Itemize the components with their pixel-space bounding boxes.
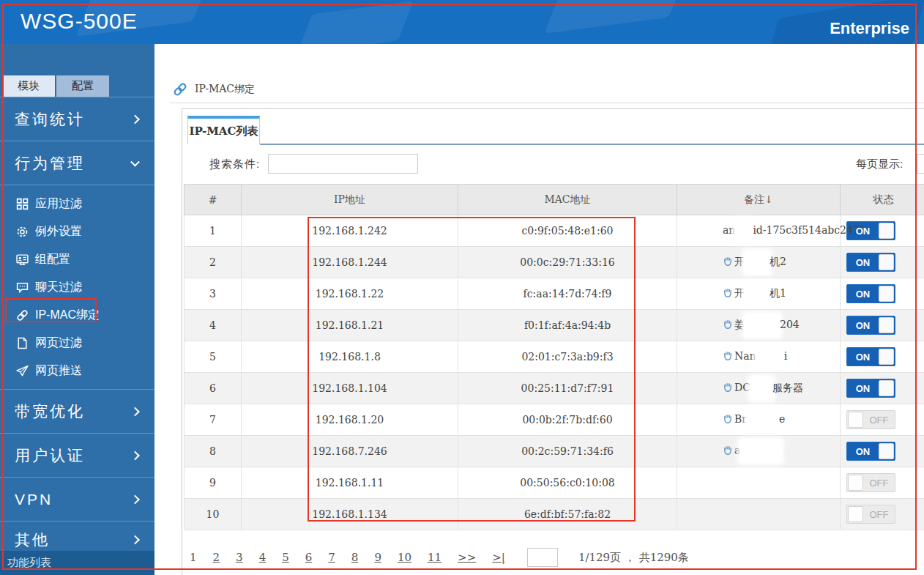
sidebar-group-bandwidth[interactable]: 带宽优化 xyxy=(0,389,154,433)
status-toggle[interactable]: ON xyxy=(846,316,895,335)
hand-icon xyxy=(723,351,733,363)
toggle-knob xyxy=(848,412,863,428)
sidebar-item-web-filter[interactable]: 网页过滤 xyxy=(0,329,154,357)
row-number-cell: 9 xyxy=(185,467,242,499)
chevron-right-icon xyxy=(130,407,140,416)
per-page-input[interactable] xyxy=(917,154,924,174)
ip-mac-table: # IP地址 MAC地址 备注↓ 状态 1 192.168.1.242 c0:9… xyxy=(184,184,924,530)
pagination: 1 234567891011 >> >| 1/129页 ， 共1290条 xyxy=(190,543,689,572)
keyboard-decoration xyxy=(297,1,414,44)
remark-cell xyxy=(677,499,841,530)
censor-blur xyxy=(745,251,770,273)
censor-blur xyxy=(745,283,770,305)
page-link[interactable]: 11 xyxy=(428,551,441,564)
censor-blur xyxy=(735,220,753,242)
function-list-footer[interactable]: 功能列表 xyxy=(0,551,154,575)
row-number-cell: 7 xyxy=(185,404,242,436)
col-header-mac[interactable]: MAC地址 xyxy=(458,185,677,215)
remark-text: Nan xyxy=(734,350,756,362)
sidebar-group-behavior-mgmt[interactable]: 行为管理 xyxy=(0,141,154,185)
toggle-knob xyxy=(879,317,894,333)
toggle-label: ON xyxy=(847,289,879,300)
mac-cell: 6e:df:bf:57:fa:82 xyxy=(458,499,677,530)
status-toggle[interactable]: ON xyxy=(846,379,895,398)
censor-blur xyxy=(747,409,779,431)
col-header-index[interactable]: # xyxy=(185,185,242,215)
sidebar-group-user-auth[interactable]: 用户认证 xyxy=(0,433,154,477)
row-number-cell: 4 xyxy=(185,310,242,341)
mac-cell: c0:9f:05:48:e1:60 xyxy=(458,215,677,247)
toggle-label: OFF xyxy=(863,509,895,520)
table-row: 9 192.168.1.11 00:50:56:c0:10:08 OFF xyxy=(185,467,924,499)
group-label: 用户认证 xyxy=(15,445,85,466)
remark-text: 机1 xyxy=(770,287,786,299)
status-toggle[interactable]: ON xyxy=(846,442,895,461)
sidebar-item-group-config[interactable]: 组配置 xyxy=(0,245,154,273)
chevron-right-icon xyxy=(130,450,140,460)
page-link[interactable]: 3 xyxy=(236,551,243,564)
sidebar-tabs: 模块 配置 xyxy=(2,75,111,97)
page-link[interactable]: 9 xyxy=(374,551,381,564)
status-cell: ON xyxy=(841,373,924,404)
toggle-knob xyxy=(879,254,894,270)
sidebar-group-query-stats[interactable]: 查询统计 xyxy=(0,97,154,141)
status-toggle[interactable]: ON xyxy=(846,347,895,366)
tab-modules[interactable]: 模块 xyxy=(2,75,55,97)
col-header-status[interactable]: 状态 xyxy=(841,185,924,215)
row-number-cell: 2 xyxy=(185,247,242,278)
remark-cell: DC服务器 xyxy=(677,373,841,404)
chevron-right-icon xyxy=(130,114,140,124)
remark-cell: a xyxy=(677,436,841,467)
sidebar-item-label: 网页推送 xyxy=(35,363,82,379)
sidebar-item-ip-mac-binding[interactable]: IP-MAC绑定 xyxy=(0,301,154,329)
sidebar-item-label: 应用过滤 xyxy=(35,196,82,212)
page-link[interactable]: 6 xyxy=(305,551,313,564)
last-page-link[interactable]: >| xyxy=(492,551,505,564)
sidebar-item-exception-settings[interactable]: 例外设置 xyxy=(0,218,154,245)
page-link[interactable]: 7 xyxy=(328,551,335,564)
censor-blur xyxy=(740,440,781,462)
remark-text: DC xyxy=(734,382,750,393)
status-toggle[interactable]: OFF xyxy=(846,410,895,429)
search-label: 搜索条件: xyxy=(209,157,260,171)
pagination-info: 1/129页 ， 共1290条 xyxy=(578,551,689,565)
sidebar-item-app-filter[interactable]: 应用过滤 xyxy=(0,190,154,218)
page-link[interactable]: 10 xyxy=(398,551,411,564)
page-jump-input[interactable] xyxy=(527,548,558,567)
mac-cell: 00:2c:59:71:34:f6 xyxy=(458,436,677,467)
remark-text: Br xyxy=(734,413,747,425)
toggle-label: ON xyxy=(847,383,879,394)
table-row: 10 192.168.1.134 6e:df:bf:57:fa:82 OFF xyxy=(185,499,924,530)
status-toggle[interactable]: OFF xyxy=(846,505,895,524)
hand-icon xyxy=(723,382,733,395)
tab-config[interactable]: 配置 xyxy=(56,75,109,97)
search-input[interactable] xyxy=(268,154,418,174)
status-toggle[interactable]: OFF xyxy=(846,473,895,492)
toggle-label: OFF xyxy=(863,478,895,489)
table-row: 7 192.168.1.20 00:0b:2f:7b:df:60 Bre OFF xyxy=(185,404,924,436)
page-link[interactable]: 2 xyxy=(213,551,220,564)
sidebar-item-chat-filter[interactable]: 聊天过滤 xyxy=(0,273,154,301)
group-label: VPN xyxy=(15,491,53,508)
status-toggle[interactable]: ON xyxy=(846,284,895,303)
next-pages-link[interactable]: >> xyxy=(458,551,476,564)
tab-ip-mac-list[interactable]: IP-MAC列表 xyxy=(187,116,260,144)
col-header-ip[interactable]: IP地址 xyxy=(242,185,458,215)
table-row: 4 192.168.1.21 f0:1f:af:4a:94:4b 姜204 ON xyxy=(185,310,924,341)
group-label: 查询统计 xyxy=(15,109,85,130)
sidebar: 模块 配置 查询统计 行为管理 应用过滤 例外设置 xyxy=(0,44,154,575)
col-header-remark[interactable]: 备注↓ xyxy=(677,185,841,215)
divider xyxy=(170,103,924,103)
page-link[interactable]: 8 xyxy=(351,551,359,564)
current-page: 1 xyxy=(190,551,197,564)
status-toggle[interactable]: ON xyxy=(846,253,895,272)
keyboard-decoration xyxy=(544,0,686,34)
sidebar-group-vpn[interactable]: VPN xyxy=(0,477,154,521)
mac-cell: fc:aa:14:7d:74:f9 xyxy=(458,278,677,310)
remark-cell: 开机1 xyxy=(677,278,841,310)
page-link[interactable]: 5 xyxy=(282,551,289,564)
page-link[interactable]: 4 xyxy=(259,551,267,564)
sidebar-item-web-push[interactable]: 网页推送 xyxy=(0,357,154,385)
table-row: 6 192.168.1.104 00:25:11:d7:f7:91 DC服务器 … xyxy=(185,373,924,404)
chevron-down-icon xyxy=(130,157,140,166)
